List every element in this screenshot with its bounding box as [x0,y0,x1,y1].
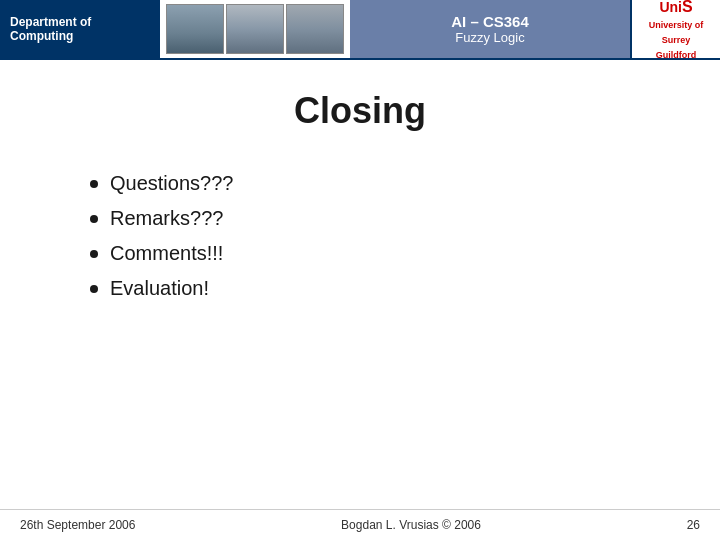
bullet-dot-icon [90,285,98,293]
bullet-dot-icon [90,215,98,223]
header-title-block: AI – CS364 Fuzzy Logic [350,0,630,58]
slide-title: Closing [60,80,660,142]
header-photos [160,0,350,58]
bullet-dot-icon [90,250,98,258]
course-code: AI – CS364 [451,13,529,30]
photo-2 [226,4,284,54]
uni-logo-text: UniS University of Surrey Guildford [636,0,716,61]
footer-page: 26 [687,518,700,532]
list-item: Comments!!! [90,242,660,265]
bullet-list: Questions???Remarks???Comments!!!Evaluat… [60,172,660,300]
footer: 26th September 2006 Bogdan L. Vrusias © … [0,509,720,540]
bullet-text: Evaluation! [110,277,209,300]
footer-author: Bogdan L. Vrusias © 2006 [341,518,481,532]
dept-label: Department of Computing [0,0,160,58]
photo-1 [166,4,224,54]
university-logo: UniS University of Surrey Guildford [630,0,720,58]
list-item: Questions??? [90,172,660,195]
header: Department of Computing AI – CS364 Fuzzy… [0,0,720,60]
footer-date: 26th September 2006 [20,518,135,532]
list-item: Evaluation! [90,277,660,300]
photo-3 [286,4,344,54]
bullet-text: Questions??? [110,172,233,195]
bullet-dot-icon [90,180,98,188]
bullet-text: Remarks??? [110,207,223,230]
list-item: Remarks??? [90,207,660,230]
bullet-text: Comments!!! [110,242,223,265]
slide-content: Closing Questions???Remarks???Comments!!… [0,60,720,332]
course-subtitle: Fuzzy Logic [455,30,524,45]
